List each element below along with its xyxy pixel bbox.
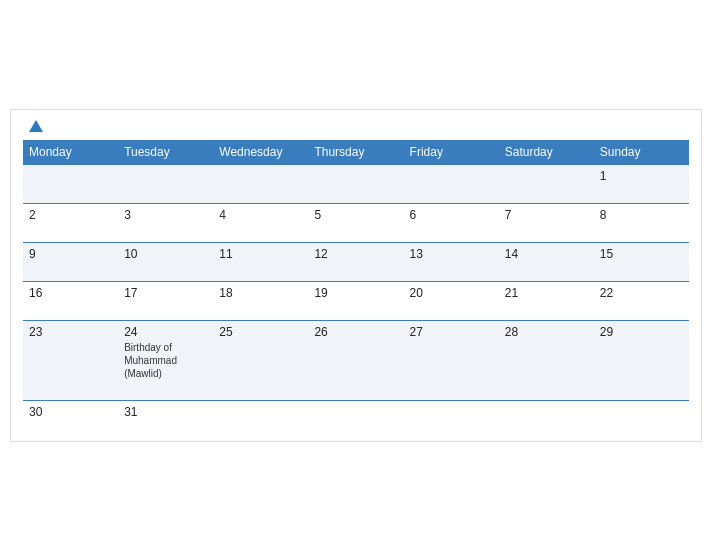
- calendar-cell: 11: [213, 242, 308, 281]
- calendar-cell: 9: [23, 242, 118, 281]
- calendar-cell: 8: [594, 203, 689, 242]
- day-number: 11: [219, 247, 302, 261]
- day-number: 10: [124, 247, 207, 261]
- day-number: 4: [219, 208, 302, 222]
- calendar-cell: 25: [213, 320, 308, 400]
- day-number: 24: [124, 325, 207, 339]
- calendar-cell: 6: [404, 203, 499, 242]
- day-number: 8: [600, 208, 683, 222]
- calendar-cell: 10: [118, 242, 213, 281]
- calendar-cell: [213, 164, 308, 203]
- day-number: 30: [29, 405, 112, 419]
- calendar-container: MondayTuesdayWednesdayThursdayFridaySatu…: [10, 109, 702, 442]
- weekday-header-monday: Monday: [23, 140, 118, 165]
- calendar-week-row: 3031: [23, 400, 689, 429]
- day-number: 20: [410, 286, 493, 300]
- calendar-cell: 12: [308, 242, 403, 281]
- day-number: 5: [314, 208, 397, 222]
- day-number: 23: [29, 325, 112, 339]
- logo: [27, 120, 45, 132]
- calendar-cell: [404, 400, 499, 429]
- day-number: 29: [600, 325, 683, 339]
- calendar-cell: [499, 400, 594, 429]
- calendar-cell: 13: [404, 242, 499, 281]
- day-number: 27: [410, 325, 493, 339]
- calendar-week-row: 2324Birthday of Muhammad (Mawlid)2526272…: [23, 320, 689, 400]
- calendar-table: MondayTuesdayWednesdayThursdayFridaySatu…: [23, 140, 689, 429]
- calendar-cell: 3: [118, 203, 213, 242]
- day-number: 17: [124, 286, 207, 300]
- logo-triangle-icon: [29, 120, 43, 132]
- weekday-header-saturday: Saturday: [499, 140, 594, 165]
- calendar-cell: 18: [213, 281, 308, 320]
- calendar-cell: 28: [499, 320, 594, 400]
- calendar-cell: 14: [499, 242, 594, 281]
- calendar-cell: 15: [594, 242, 689, 281]
- day-number: 3: [124, 208, 207, 222]
- calendar-cell: [594, 400, 689, 429]
- calendar-cell: 1: [594, 164, 689, 203]
- day-number: 21: [505, 286, 588, 300]
- calendar-cell: 16: [23, 281, 118, 320]
- day-number: 28: [505, 325, 588, 339]
- calendar-cell: 2: [23, 203, 118, 242]
- calendar-cell: 23: [23, 320, 118, 400]
- day-number: 25: [219, 325, 302, 339]
- calendar-cell: 7: [499, 203, 594, 242]
- day-number: 16: [29, 286, 112, 300]
- day-number: 18: [219, 286, 302, 300]
- calendar-cell: 29: [594, 320, 689, 400]
- calendar-cell: 19: [308, 281, 403, 320]
- day-number: 19: [314, 286, 397, 300]
- weekday-header-wednesday: Wednesday: [213, 140, 308, 165]
- day-number: 2: [29, 208, 112, 222]
- calendar-week-row: 1: [23, 164, 689, 203]
- event-text: Birthday of Muhammad (Mawlid): [124, 341, 207, 380]
- calendar-week-row: 2345678: [23, 203, 689, 242]
- weekday-header-friday: Friday: [404, 140, 499, 165]
- calendar-cell: 24Birthday of Muhammad (Mawlid): [118, 320, 213, 400]
- day-number: 14: [505, 247, 588, 261]
- day-number: 9: [29, 247, 112, 261]
- calendar-cell: [404, 164, 499, 203]
- calendar-cell: [308, 400, 403, 429]
- calendar-cell: [213, 400, 308, 429]
- calendar-cell: 20: [404, 281, 499, 320]
- calendar-cell: [23, 164, 118, 203]
- day-number: 15: [600, 247, 683, 261]
- day-number: 6: [410, 208, 493, 222]
- day-number: 13: [410, 247, 493, 261]
- calendar-cell: 4: [213, 203, 308, 242]
- calendar-cell: [308, 164, 403, 203]
- day-number: 31: [124, 405, 207, 419]
- calendar-week-row: 9101112131415: [23, 242, 689, 281]
- calendar-cell: [499, 164, 594, 203]
- weekday-header-row: MondayTuesdayWednesdayThursdayFridaySatu…: [23, 140, 689, 165]
- calendar-cell: 22: [594, 281, 689, 320]
- weekday-header-thursday: Thursday: [308, 140, 403, 165]
- calendar-cell: 17: [118, 281, 213, 320]
- calendar-cell: 5: [308, 203, 403, 242]
- calendar-header: [23, 120, 689, 132]
- calendar-cell: 30: [23, 400, 118, 429]
- weekday-header-sunday: Sunday: [594, 140, 689, 165]
- weekday-header-tuesday: Tuesday: [118, 140, 213, 165]
- day-number: 22: [600, 286, 683, 300]
- calendar-cell: 21: [499, 281, 594, 320]
- calendar-week-row: 16171819202122: [23, 281, 689, 320]
- day-number: 1: [600, 169, 683, 183]
- calendar-cell: 31: [118, 400, 213, 429]
- calendar-cell: 26: [308, 320, 403, 400]
- day-number: 26: [314, 325, 397, 339]
- day-number: 12: [314, 247, 397, 261]
- calendar-cell: 27: [404, 320, 499, 400]
- day-number: 7: [505, 208, 588, 222]
- calendar-cell: [118, 164, 213, 203]
